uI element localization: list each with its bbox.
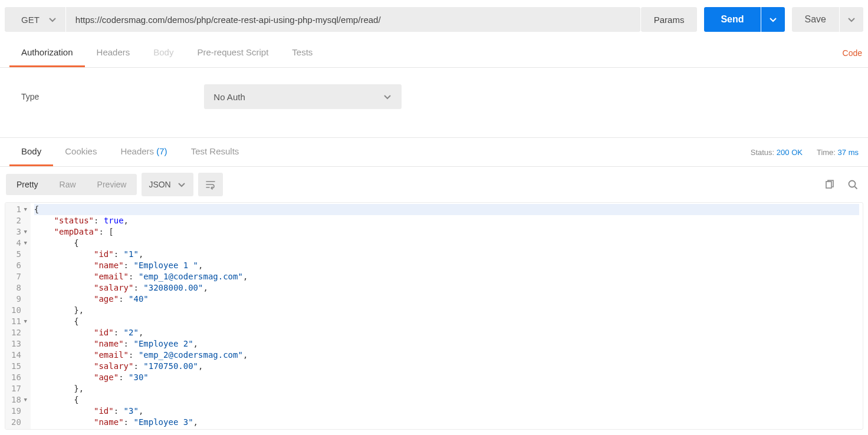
tab-authorization[interactable]: Authorization xyxy=(9,39,85,67)
code-line: }, xyxy=(34,305,859,316)
chevron-down-icon xyxy=(177,180,186,189)
line-number: 13 xyxy=(11,338,27,350)
fold-toggle[interactable]: ▼ xyxy=(22,316,27,327)
code-line: "name": "Employee 2", xyxy=(34,338,859,350)
line-number: 3▼ xyxy=(11,226,27,238)
save-button[interactable]: Save xyxy=(792,7,839,32)
chevron-down-icon xyxy=(768,15,778,24)
search-button[interactable] xyxy=(843,175,862,194)
code-line: "email": "emp_2@codersmag.com", xyxy=(34,350,859,361)
resp-tab-cookies[interactable]: Cookies xyxy=(53,138,108,166)
auth-type-dropdown[interactable]: No Auth xyxy=(204,84,402,109)
code-line: "salary": "3208000.00", xyxy=(34,282,859,294)
chevron-down-icon xyxy=(847,15,856,24)
code-line: "id": "2", xyxy=(34,327,859,338)
auth-type-label: Type xyxy=(21,92,39,101)
search-icon xyxy=(847,179,859,190)
code-line: "age": "30" xyxy=(34,372,859,383)
code-line: "email": "emp_1@codersmag.com", xyxy=(34,271,859,282)
code-line: "salary": "170750.00", xyxy=(34,361,859,372)
code-line: "age": "40" xyxy=(34,294,859,305)
fold-toggle[interactable]: ▼ xyxy=(22,238,27,249)
code-line: "status": true, xyxy=(34,215,859,226)
code-line: "empData": [ xyxy=(34,226,859,238)
send-dropdown[interactable] xyxy=(761,7,785,32)
line-number: 20 xyxy=(11,417,27,428)
view-preview[interactable]: Preview xyxy=(87,174,137,195)
code-line: }, xyxy=(34,383,859,394)
line-number: 16 xyxy=(11,372,27,383)
line-number: 10 xyxy=(11,305,27,316)
response-body[interactable]: 1▼23▼4▼567891011▼12131415161718▼1920 { "… xyxy=(5,202,863,430)
copy-icon xyxy=(823,179,835,190)
view-raw[interactable]: Raw xyxy=(49,174,87,195)
code-line: { xyxy=(34,316,859,327)
wrap-icon xyxy=(205,179,216,190)
line-number: 2 xyxy=(11,215,27,226)
line-number: 11▼ xyxy=(11,316,27,327)
view-mode-group: Pretty Raw Preview xyxy=(6,174,137,195)
resp-tab-headers[interactable]: Headers (7) xyxy=(108,138,179,166)
line-number: 19 xyxy=(11,406,27,417)
code-line: { xyxy=(34,204,859,215)
resp-tab-body[interactable]: Body xyxy=(9,138,53,166)
resp-tab-test-results[interactable]: Test Results xyxy=(179,138,251,166)
code-line: "name": "Employee 3", xyxy=(34,417,859,428)
code-line: { xyxy=(34,238,859,249)
line-number: 9 xyxy=(11,294,27,305)
line-number: 18▼ xyxy=(11,394,27,406)
line-number: 15 xyxy=(11,361,27,372)
code-line: "name": "Employee 1 ", xyxy=(34,260,859,271)
line-number: 5 xyxy=(11,249,27,260)
view-pretty[interactable]: Pretty xyxy=(6,174,49,195)
line-number: 1▼ xyxy=(11,204,27,215)
tab-prerequest[interactable]: Pre-request Script xyxy=(185,39,280,67)
tab-body[interactable]: Body xyxy=(142,39,185,67)
svg-point-1 xyxy=(849,181,856,187)
params-button[interactable]: Params xyxy=(641,7,698,32)
time-meta: Time: 37 ms xyxy=(817,148,859,157)
format-label: JSON xyxy=(149,180,170,189)
save-dropdown[interactable] xyxy=(840,7,863,32)
format-dropdown[interactable]: JSON xyxy=(142,173,193,196)
code-link[interactable]: Code xyxy=(843,48,862,58)
code-line: "id": "3", xyxy=(34,406,859,417)
line-number: 7 xyxy=(11,271,27,282)
fold-toggle[interactable]: ▼ xyxy=(22,226,27,238)
code-line: { xyxy=(34,394,859,406)
chevron-down-icon xyxy=(48,15,57,24)
line-number: 6 xyxy=(11,260,27,271)
line-number: 17 xyxy=(11,383,27,394)
fold-toggle[interactable]: ▼ xyxy=(22,204,27,215)
url-input[interactable] xyxy=(75,15,631,25)
auth-type-value: No Auth xyxy=(213,92,245,102)
params-label: Params xyxy=(654,15,685,25)
status-meta: Status: 200 OK xyxy=(751,148,803,157)
copy-button[interactable] xyxy=(820,175,839,194)
fold-toggle[interactable]: ▼ xyxy=(22,394,27,406)
send-button[interactable]: Send xyxy=(704,7,760,32)
tab-headers[interactable]: Headers xyxy=(85,39,142,67)
line-number: 14 xyxy=(11,350,27,361)
line-number: 12 xyxy=(11,327,27,338)
url-box xyxy=(66,7,640,32)
chevron-down-icon xyxy=(383,92,392,101)
line-number: 8 xyxy=(11,282,27,294)
wrap-button[interactable] xyxy=(198,173,223,196)
line-number: 4▼ xyxy=(11,238,27,249)
tab-tests[interactable]: Tests xyxy=(280,39,324,67)
code-line: "id": "1", xyxy=(34,249,859,260)
method-label: GET xyxy=(21,15,40,25)
method-dropdown[interactable]: GET xyxy=(5,7,65,32)
svg-rect-0 xyxy=(826,182,831,188)
